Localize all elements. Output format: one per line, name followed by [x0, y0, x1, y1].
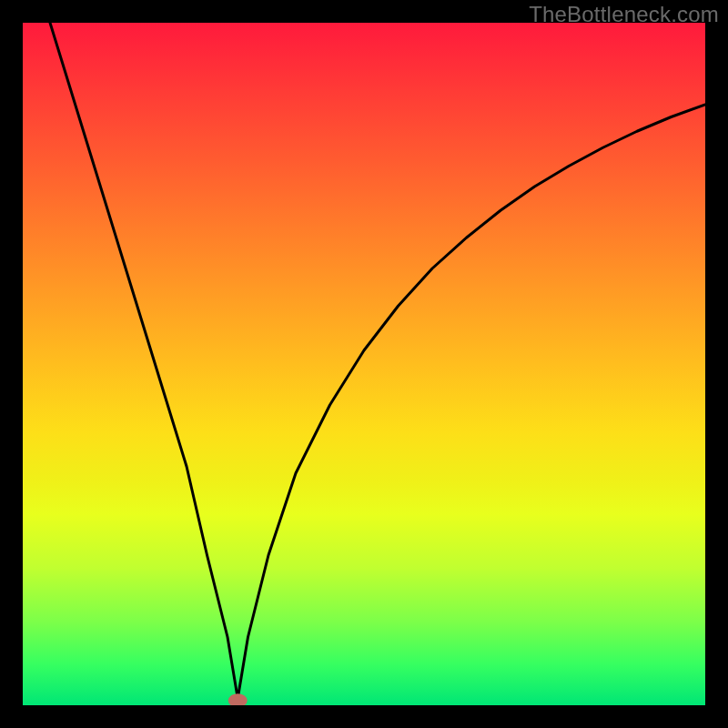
plot-area: [23, 23, 705, 705]
watermark-text: TheBottleneck.com: [529, 2, 719, 27]
optimum-marker: [228, 693, 248, 705]
bottleneck-curve: [50, 23, 705, 699]
chart-frame: TheBottleneck.com: [0, 0, 728, 728]
chart-canvas: [23, 23, 705, 705]
